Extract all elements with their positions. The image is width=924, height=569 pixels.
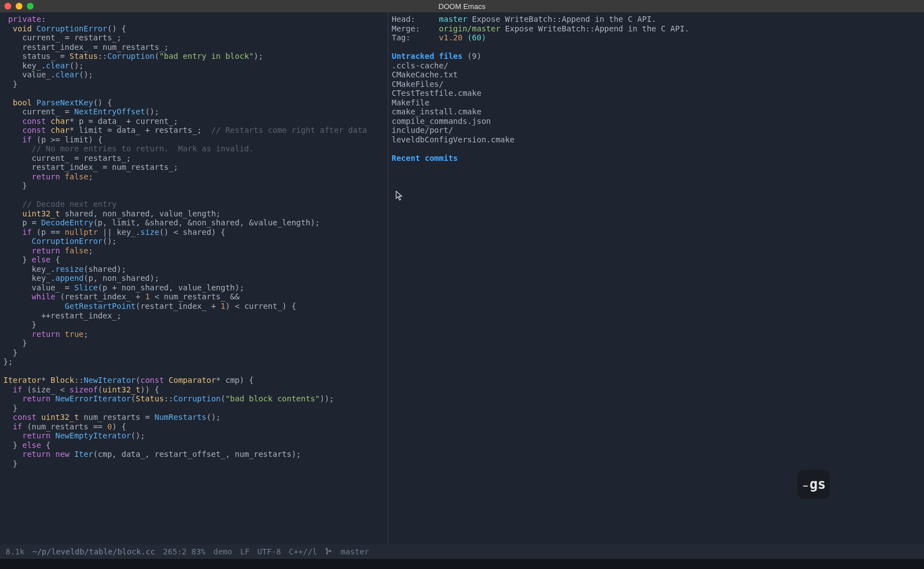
modeline: 8.1k ~/p/leveldb/table/block.cc 265:2 83… — [0, 544, 924, 559]
code-buffer[interactable]: private: void CorruptionError() { curren… — [0, 12, 388, 544]
keycast-badge: ₋gs — [797, 470, 830, 499]
buffer-size: 8.1k — [6, 547, 25, 556]
macos-titlebar: DOOM Emacs — [0, 0, 924, 12]
git-branch-icon — [325, 547, 333, 557]
mode-tag: demo — [213, 547, 233, 556]
magit-status-buffer[interactable]: Head: master Expose WriteBatch::Append i… — [388, 12, 924, 544]
emacs-window: DOOM Emacs private: void CorruptionError… — [0, 0, 924, 569]
magit-content: Head: master Expose WriteBatch::Append i… — [392, 15, 921, 163]
buffer-path: ~/p/leveldb/table/block.cc — [32, 547, 155, 556]
window-title: DOOM Emacs — [0, 2, 924, 11]
major-mode: C++//l — [289, 547, 317, 556]
minibuffer[interactable] — [0, 559, 924, 569]
keycast-text: ₋gs — [801, 477, 825, 492]
eol-indicator: LF — [240, 547, 249, 556]
code-content: private: void CorruptionError() { curren… — [3, 15, 384, 468]
encoding-indicator: UTF-8 — [257, 547, 281, 556]
vcs-branch: master — [341, 547, 369, 556]
cursor-position: 265:2 83% — [163, 547, 206, 556]
split-panes: private: void CorruptionError() { curren… — [0, 12, 924, 544]
